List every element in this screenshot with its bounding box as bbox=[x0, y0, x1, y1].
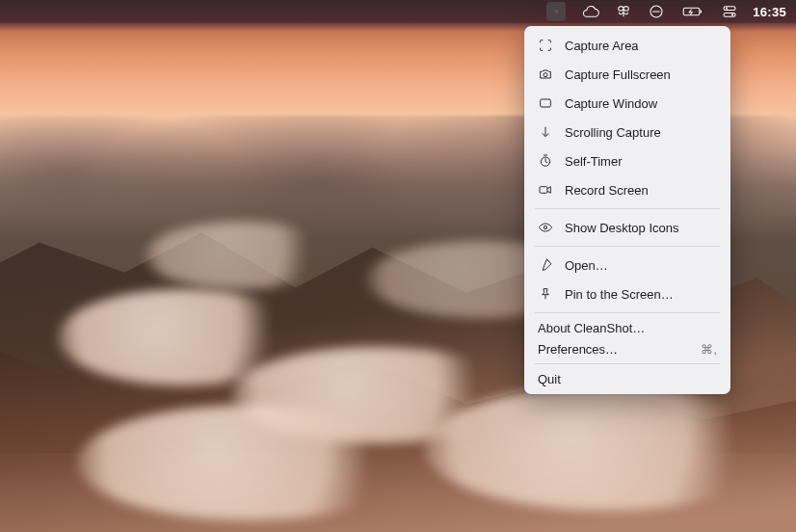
menu-record-screen[interactable]: Record Screen bbox=[524, 175, 730, 204]
menu-item-label: Pin to the Screen… bbox=[565, 287, 674, 302]
menu-separator bbox=[535, 246, 720, 247]
menu-item-label: Capture Window bbox=[565, 96, 657, 111]
menu-self-timer[interactable]: Self-Timer bbox=[524, 146, 730, 175]
menu-separator bbox=[535, 208, 720, 209]
open-icon bbox=[538, 257, 553, 273]
svg-rect-3 bbox=[724, 7, 735, 11]
menu-separator bbox=[535, 363, 720, 364]
capture-area-icon bbox=[538, 38, 553, 53]
menu-item-label: Show Desktop Icons bbox=[565, 221, 679, 235]
menu-capture-area[interactable]: Capture Area bbox=[524, 31, 730, 60]
wallpaper-cloud bbox=[77, 405, 424, 520]
menubar-clock[interactable]: 16:35 bbox=[753, 5, 786, 19]
menubar-butterfly-icon[interactable] bbox=[614, 2, 633, 21]
svg-rect-2 bbox=[701, 11, 703, 13]
menu-item-label: Open… bbox=[565, 258, 608, 273]
svg-point-5 bbox=[726, 8, 728, 10]
video-icon bbox=[538, 182, 553, 198]
cleanshot-menu: Capture Area Capture Fullscreen Capture … bbox=[524, 26, 730, 394]
menu-separator bbox=[535, 312, 720, 313]
menu-shortcut: ⌘, bbox=[701, 342, 717, 357]
scroll-down-icon bbox=[538, 124, 553, 140]
svg-point-7 bbox=[544, 73, 547, 77]
wallpaper-cloud bbox=[145, 222, 337, 289]
menubar: 16:35 bbox=[0, 0, 796, 23]
menu-item-label: Record Screen bbox=[565, 183, 649, 198]
menu-scrolling-capture[interactable]: Scrolling Capture bbox=[524, 118, 730, 146]
menubar-battery-charging-icon[interactable] bbox=[679, 2, 706, 21]
menu-about[interactable]: About CleanShot… bbox=[524, 317, 730, 338]
menubar-cloud-icon[interactable] bbox=[581, 2, 600, 21]
wallpaper-cloud bbox=[424, 386, 790, 511]
svg-rect-10 bbox=[540, 187, 547, 194]
menu-open[interactable]: Open… bbox=[524, 251, 730, 279]
menu-quit[interactable]: Quit bbox=[524, 368, 730, 389]
svg-rect-8 bbox=[541, 99, 551, 107]
menu-item-label: Scrolling Capture bbox=[565, 125, 661, 140]
svg-rect-4 bbox=[724, 13, 735, 17]
timer-icon bbox=[538, 153, 553, 169]
menu-item-label: Preferences… bbox=[538, 342, 618, 357]
menu-item-label: Capture Fullscreen bbox=[565, 67, 671, 82]
svg-point-11 bbox=[544, 226, 546, 228]
svg-point-6 bbox=[731, 13, 733, 15]
menu-item-label: About CleanShot… bbox=[538, 321, 645, 335]
menu-preferences[interactable]: Preferences… ⌘, bbox=[524, 338, 730, 359]
menu-item-label: Capture Area bbox=[565, 39, 639, 53]
menu-show-desktop-icons[interactable]: Show Desktop Icons bbox=[524, 213, 730, 242]
camera-icon bbox=[538, 66, 553, 82]
menu-capture-fullscreen[interactable]: Capture Fullscreen bbox=[524, 60, 730, 89]
pin-icon bbox=[538, 286, 553, 302]
menu-item-label: Self-Timer bbox=[565, 154, 622, 169]
menubar-do-not-disturb-icon[interactable] bbox=[647, 2, 666, 21]
eye-icon bbox=[538, 220, 553, 235]
window-icon bbox=[538, 95, 553, 111]
menubar-control-center-icon[interactable] bbox=[720, 2, 739, 21]
menu-capture-window[interactable]: Capture Window bbox=[524, 89, 730, 118]
menu-item-label: Quit bbox=[538, 372, 561, 386]
menubar-cleanshot-icon[interactable] bbox=[546, 2, 566, 21]
menu-pin-to-screen[interactable]: Pin to the Screen… bbox=[524, 279, 730, 308]
